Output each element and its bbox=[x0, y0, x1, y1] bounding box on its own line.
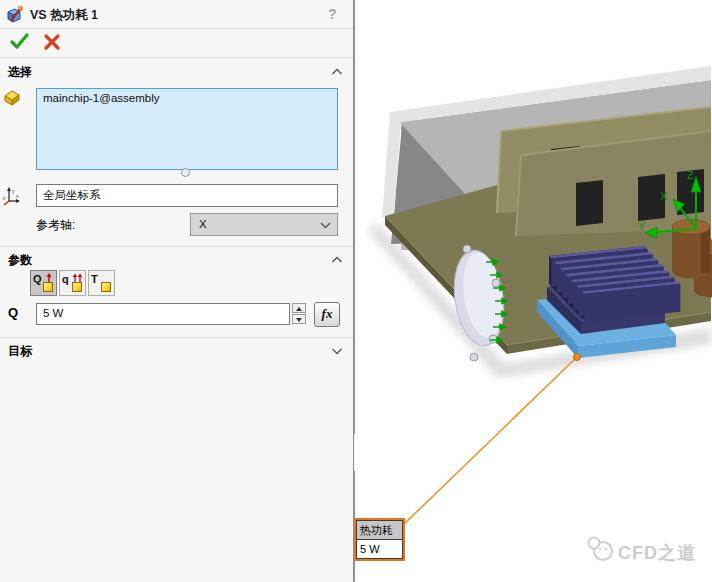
svg-text:y: y bbox=[12, 188, 15, 194]
surface-heat-flux-button[interactable]: q bbox=[59, 270, 86, 296]
chevron-up-icon[interactable] bbox=[331, 68, 343, 76]
help-icon[interactable]: ? bbox=[328, 6, 337, 22]
section-header-goals[interactable]: 目标 bbox=[8, 343, 32, 360]
face-selection-filter-icon bbox=[2, 88, 24, 108]
heat-power-icon bbox=[5, 5, 25, 25]
property-manager-panel: VS 热功耗 1 ? 选择 mainchip-1@assembly y x z … bbox=[0, 0, 353, 582]
stepper-down-button[interactable] bbox=[292, 314, 306, 324]
triad-x-label: X bbox=[660, 190, 668, 202]
coordinate-system-field[interactable]: 全局坐标系 bbox=[36, 184, 338, 207]
selection-listbox[interactable]: mainchip-1@assembly bbox=[36, 88, 338, 170]
svg-text:x: x bbox=[16, 193, 19, 199]
solid-body-icon bbox=[43, 282, 53, 292]
heat-power-input[interactable]: 5 W bbox=[36, 303, 290, 325]
solid-body-icon bbox=[72, 282, 82, 292]
callout-value: 5 W bbox=[356, 540, 403, 559]
screw-cap-icon bbox=[463, 245, 471, 253]
up-arrow-icon bbox=[296, 307, 302, 311]
page-title: VS 热功耗 1 bbox=[30, 7, 98, 24]
selection-item[interactable]: mainchip-1@assembly bbox=[37, 89, 337, 107]
temperature-button[interactable]: T bbox=[88, 270, 115, 296]
screw-cap-icon bbox=[489, 335, 497, 343]
cancel-button[interactable] bbox=[42, 32, 62, 52]
section-header-parameters[interactable]: 参数 bbox=[8, 252, 32, 269]
screw-cap-icon bbox=[470, 353, 478, 361]
solid-body-icon bbox=[101, 282, 111, 292]
watermark-text: CFD之道 bbox=[618, 543, 696, 563]
svg-text:z: z bbox=[3, 195, 6, 201]
reference-axis-dropdown[interactable]: X bbox=[190, 213, 338, 236]
chevron-down-icon bbox=[320, 222, 331, 229]
ok-button[interactable] bbox=[8, 30, 32, 54]
screw-cap-icon bbox=[492, 279, 500, 287]
heat-power-callout[interactable]: 热功耗 5 W bbox=[354, 518, 405, 561]
heat-generation-rate-button[interactable]: Q bbox=[30, 270, 57, 296]
equation-fx-button[interactable]: fx bbox=[314, 302, 340, 327]
callout-title: 热功耗 bbox=[356, 520, 403, 540]
coordinate-system-icon: y x z bbox=[2, 185, 22, 206]
watermark: CFD之道 bbox=[589, 538, 697, 564]
section-header-selection[interactable]: 选择 bbox=[8, 64, 32, 81]
quantity-stepper bbox=[292, 303, 306, 325]
application-window: { "panel": { "title": "VS 热功耗 1", "help"… bbox=[0, 0, 712, 582]
down-arrow-icon bbox=[296, 318, 302, 322]
callout-leader bbox=[400, 354, 581, 529]
stepper-up-button[interactable] bbox=[292, 303, 306, 313]
chevron-down-icon[interactable] bbox=[331, 347, 343, 355]
triad-z-label: Z bbox=[687, 169, 694, 181]
listbox-resize-grip[interactable] bbox=[181, 168, 190, 177]
reference-axis-label: 参考轴: bbox=[36, 217, 75, 234]
q-parameter-label: Q bbox=[8, 305, 18, 320]
triad-y-label: Y bbox=[638, 220, 646, 232]
chevron-up-icon[interactable] bbox=[331, 256, 343, 264]
graphics-viewport[interactable]: Z X Y CFD之道 bbox=[355, 0, 712, 582]
reference-axis-value: X bbox=[199, 218, 207, 230]
